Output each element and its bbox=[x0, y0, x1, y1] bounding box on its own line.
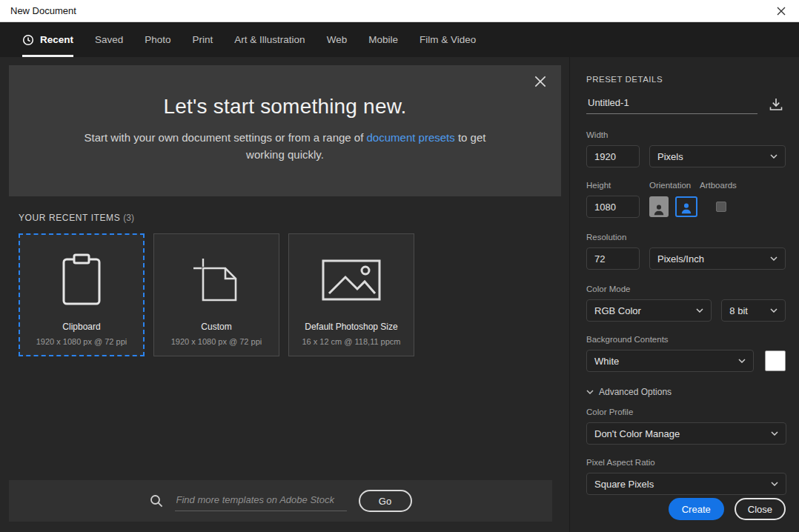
color-mode-dropdown[interactable]: RGB Color bbox=[586, 299, 712, 322]
create-button[interactable]: Create bbox=[669, 498, 724, 520]
resolution-unit-value: Pixels/Inch bbox=[657, 253, 704, 265]
category-tab-bar: Recent Saved Photo Print Art & Illustrat… bbox=[0, 22, 799, 57]
height-label: Height bbox=[586, 181, 649, 190]
close-icon bbox=[777, 7, 786, 16]
tab-recent[interactable]: Recent bbox=[22, 22, 73, 57]
resolution-label: Resolution bbox=[586, 233, 786, 242]
tab-label: Web bbox=[327, 34, 348, 45]
bit-depth-value: 8 bit bbox=[729, 305, 748, 316]
artboards-checkbox[interactable] bbox=[716, 202, 726, 212]
hero-banner: Let's start something new. Start with yo… bbox=[9, 65, 561, 196]
window-title: New Document bbox=[10, 5, 76, 16]
search-icon bbox=[150, 494, 163, 508]
height-row bbox=[586, 196, 786, 218]
window-close-button[interactable] bbox=[774, 4, 789, 19]
custom-document-icon bbox=[193, 259, 239, 302]
height-labels-row: Height Orientation Artboards bbox=[586, 181, 786, 190]
tab-mobile[interactable]: Mobile bbox=[368, 22, 398, 57]
card-title: Clipboard bbox=[20, 322, 143, 332]
recent-items-heading: YOUR RECENT ITEMS(3) bbox=[19, 213, 569, 223]
new-document-dialog: New Document Recent Saved Photo Print Ar… bbox=[0, 0, 799, 532]
pixel-aspect-ratio-dropdown[interactable]: Square Pixels bbox=[586, 473, 786, 495]
close-button[interactable]: Close bbox=[735, 498, 786, 520]
tab-photo[interactable]: Photo bbox=[145, 22, 170, 57]
width-input[interactable] bbox=[586, 145, 640, 167]
close-icon bbox=[534, 76, 546, 87]
hero-title: Let's start something new. bbox=[9, 95, 561, 119]
width-unit-value: Pixels bbox=[657, 151, 683, 162]
tab-film-video[interactable]: Film & Video bbox=[420, 22, 476, 57]
orientation-label: Orientation bbox=[649, 181, 700, 190]
adobe-stock-search-bar: Go bbox=[9, 480, 552, 522]
recent-items-label: YOUR RECENT ITEMS bbox=[19, 213, 120, 223]
chevron-down-icon bbox=[770, 308, 778, 313]
document-presets-link[interactable]: document presets bbox=[367, 131, 455, 144]
chevron-down-icon bbox=[696, 308, 703, 313]
advanced-options-toggle[interactable]: Advanced Options bbox=[586, 387, 786, 397]
card-icon-wrap bbox=[289, 249, 414, 311]
chevron-down-icon bbox=[586, 390, 594, 394]
clock-icon bbox=[22, 34, 34, 46]
width-unit-dropdown[interactable]: Pixels bbox=[649, 145, 786, 167]
tab-saved[interactable]: Saved bbox=[95, 22, 123, 57]
recent-item-custom[interactable]: Custom 1920 x 1080 px @ 72 ppi bbox=[153, 233, 279, 356]
color-mode-value: RGB Color bbox=[594, 305, 641, 316]
card-title: Default Photoshop Size bbox=[289, 322, 414, 332]
dialog-actions: Create Close bbox=[669, 498, 786, 520]
clipboard-icon bbox=[62, 253, 102, 307]
chevron-down-icon bbox=[770, 256, 778, 261]
card-spec: 16 x 12 cm @ 118,11 ppcm bbox=[289, 337, 414, 346]
hero-close-button[interactable] bbox=[534, 76, 548, 89]
height-input[interactable] bbox=[586, 196, 640, 218]
background-contents-dropdown[interactable]: White bbox=[586, 350, 754, 372]
tab-label: Mobile bbox=[368, 34, 398, 45]
hero-text-before: Start with your own document settings or… bbox=[84, 131, 367, 144]
color-mode-label: Color Mode bbox=[586, 285, 786, 293]
tab-label: Art & Illustration bbox=[234, 34, 305, 45]
pixel-aspect-ratio-label: Pixel Aspect Ratio bbox=[586, 458, 786, 467]
background-contents-row: White bbox=[586, 350, 786, 372]
main-content: Let's start something new. Start with yo… bbox=[0, 57, 569, 532]
stock-search-input[interactable] bbox=[175, 491, 347, 511]
person-icon bbox=[652, 202, 666, 217]
tab-print[interactable]: Print bbox=[193, 22, 213, 57]
background-contents-value: White bbox=[594, 356, 619, 367]
recent-item-clipboard[interactable]: Clipboard 1920 x 1080 px @ 72 ppi bbox=[19, 233, 145, 356]
title-bar: New Document bbox=[0, 0, 799, 22]
resolution-unit-dropdown[interactable]: Pixels/Inch bbox=[649, 247, 786, 270]
resolution-input[interactable] bbox=[586, 247, 640, 270]
recent-item-default-photoshop-size[interactable]: Default Photoshop Size 16 x 12 cm @ 118,… bbox=[288, 233, 414, 356]
card-icon-wrap bbox=[154, 249, 279, 311]
card-icon-wrap bbox=[20, 249, 143, 311]
recent-items-count: (3) bbox=[123, 213, 134, 223]
document-name-row bbox=[586, 94, 786, 114]
bit-depth-dropdown[interactable]: 8 bit bbox=[721, 299, 786, 322]
tab-art-illustration[interactable]: Art & Illustration bbox=[234, 22, 305, 57]
color-profile-value: Don't Color Manage bbox=[594, 428, 680, 439]
card-spec: 1920 x 1080 px @ 72 ppi bbox=[154, 337, 279, 346]
resolution-row: Pixels/Inch bbox=[586, 247, 786, 270]
tab-web[interactable]: Web bbox=[327, 22, 348, 57]
artboards-label: Artboards bbox=[700, 181, 737, 190]
person-icon bbox=[680, 201, 693, 216]
background-color-swatch[interactable] bbox=[765, 350, 786, 371]
card-title: Custom bbox=[154, 322, 279, 332]
color-profile-dropdown[interactable]: Don't Color Manage bbox=[586, 422, 786, 445]
recent-items-grid: Clipboard 1920 x 1080 px @ 72 ppi Custom… bbox=[19, 233, 569, 356]
image-icon bbox=[322, 259, 381, 301]
landscape-orientation-icon[interactable] bbox=[675, 196, 697, 217]
color-profile-label: Color Profile bbox=[586, 408, 786, 416]
width-row: Pixels bbox=[586, 145, 786, 167]
portrait-orientation-icon[interactable] bbox=[649, 196, 669, 217]
color-mode-row: RGB Color 8 bit bbox=[586, 299, 786, 322]
tab-label: Recent bbox=[40, 34, 73, 45]
go-button[interactable]: Go bbox=[359, 490, 412, 512]
tab-label: Saved bbox=[95, 34, 123, 45]
advanced-options-label: Advanced Options bbox=[599, 387, 672, 397]
chevron-down-icon bbox=[770, 154, 778, 159]
width-label: Width bbox=[586, 130, 786, 139]
chevron-down-icon bbox=[771, 431, 778, 436]
chevron-down-icon bbox=[771, 482, 778, 486]
document-name-input[interactable] bbox=[586, 94, 757, 114]
save-preset-button[interactable] bbox=[766, 95, 786, 114]
